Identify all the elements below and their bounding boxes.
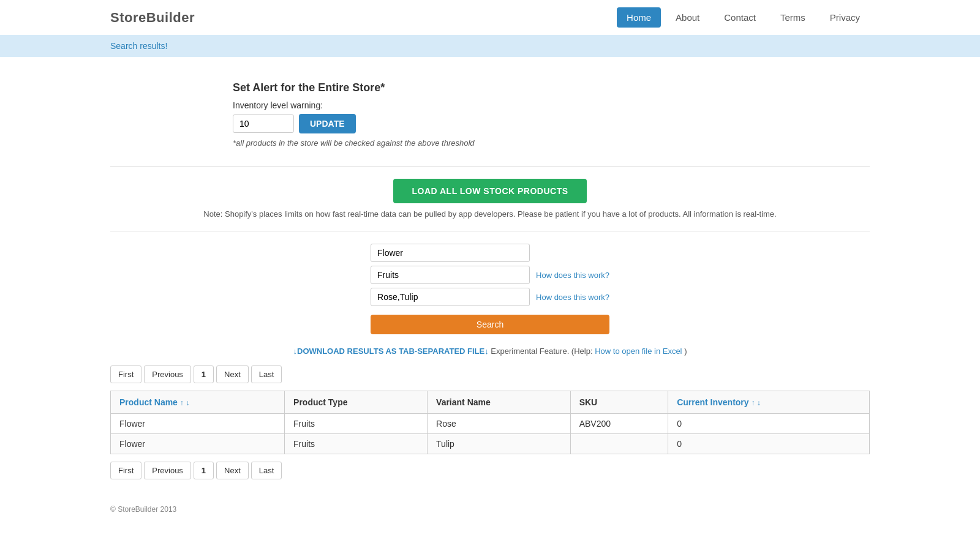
cell-product-type: Fruits <box>285 434 428 454</box>
cell-variant-name: Rose <box>428 414 571 434</box>
search-section: How does this work? How does this work? … <box>110 244 870 334</box>
cell-inventory: 0 <box>668 414 870 434</box>
alert-banner: Search results! <box>0 35 980 57</box>
col-variant-name: Variant Name <box>428 391 571 414</box>
inventory-warning-label: Inventory level warning: <box>233 100 870 110</box>
sort-arrows-inventory: ↑ ↓ <box>752 399 761 407</box>
experimental-text: Experimental Feature. (Help: <box>491 347 595 356</box>
divider-2 <box>110 231 870 231</box>
col-sku: SKU <box>570 391 668 414</box>
load-note: Note: Shopify's places limits on how fas… <box>110 209 870 219</box>
alert-banner-text: Search results! <box>110 41 167 51</box>
nav-home[interactable]: Home <box>617 7 661 28</box>
table-body: Flower Fruits Rose ABV200 0 Flower Fruit… <box>111 414 870 454</box>
excel-link[interactable]: How to open file in Excel <box>595 347 682 356</box>
previous-button-top[interactable]: Previous <box>144 365 191 383</box>
navbar: StoreBuilder Home About Contact Terms Pr… <box>0 0 980 35</box>
cell-product-type: Fruits <box>285 414 428 434</box>
product-type-input[interactable] <box>371 266 530 284</box>
update-button[interactable]: UPDATE <box>299 114 356 133</box>
table-row: Flower Fruits Tulip 0 <box>111 434 870 454</box>
col-product-name[interactable]: Product Name ↑ ↓ <box>111 391 285 414</box>
how-does-link-1[interactable]: How does this work? <box>536 271 609 280</box>
footer-text: © StoreBuilder 2013 <box>110 505 176 514</box>
page-1-button-bottom[interactable]: 1 <box>194 462 214 479</box>
cell-sku: ABV200 <box>570 414 668 434</box>
product-name-input[interactable] <box>371 244 530 262</box>
how-does-link-2[interactable]: How does this work? <box>536 293 609 302</box>
cell-inventory: 0 <box>668 434 870 454</box>
inventory-warning-input[interactable] <box>233 114 294 133</box>
nav-terms[interactable]: Terms <box>771 7 815 28</box>
search-fields: How does this work? How does this work? … <box>371 244 609 334</box>
col-current-inventory[interactable]: Current Inventory ↑ ↓ <box>668 391 870 414</box>
load-section: LOAD ALL LOW STOCK PRODUCTS Note: Shopif… <box>110 179 870 219</box>
nav-contact[interactable]: Contact <box>714 7 766 28</box>
search-button[interactable]: Search <box>371 315 609 334</box>
alert-section-title: Set Alert for the Entire Store* <box>233 81 870 94</box>
next-button-top[interactable]: Next <box>216 365 249 383</box>
nav-links: Home About Contact Terms Privacy <box>617 7 870 28</box>
variant-name-input[interactable] <box>371 288 530 306</box>
cell-product-name: Flower <box>111 434 285 454</box>
load-all-button[interactable]: LOAD ALL LOW STOCK PRODUCTS <box>393 179 586 203</box>
next-button-bottom[interactable]: Next <box>216 462 249 479</box>
results-table: Product Name ↑ ↓ Product Type Variant Na… <box>110 391 870 454</box>
page-1-button-top[interactable]: 1 <box>194 365 214 383</box>
previous-button-bottom[interactable]: Previous <box>144 462 191 479</box>
divider-1 <box>110 166 870 167</box>
first-button-bottom[interactable]: First <box>110 462 141 479</box>
excel-link-suffix: ) <box>684 347 687 356</box>
download-link[interactable]: ↓DOWNLOAD RESULTS AS TAB-SEPARATED FILE↓ <box>293 347 489 356</box>
brand-logo: StoreBuilder <box>110 10 195 26</box>
first-button-top[interactable]: First <box>110 365 141 383</box>
cell-sku <box>570 434 668 454</box>
col-product-type: Product Type <box>285 391 428 414</box>
cell-variant-name: Tulip <box>428 434 571 454</box>
table-row: Flower Fruits Rose ABV200 0 <box>111 414 870 434</box>
pagination-top: First Previous 1 Next Last <box>110 365 870 383</box>
search-row-3: How does this work? <box>371 288 609 306</box>
cell-product-name: Flower <box>111 414 285 434</box>
nav-about[interactable]: About <box>666 7 709 28</box>
table-header-row: Product Name ↑ ↓ Product Type Variant Na… <box>111 391 870 414</box>
store-alert-section: Set Alert for the Entire Store* Inventor… <box>110 69 870 154</box>
alert-input-row: UPDATE <box>233 114 870 133</box>
footer: © StoreBuilder 2013 <box>0 499 980 520</box>
sort-arrows-product-name: ↑ ↓ <box>180 399 189 407</box>
alert-note: *all products in the store will be check… <box>233 138 870 148</box>
download-section: ↓DOWNLOAD RESULTS AS TAB-SEPARATED FILE↓… <box>110 347 870 356</box>
search-row-1 <box>371 244 609 262</box>
search-row-2: How does this work? <box>371 266 609 284</box>
last-button-top[interactable]: Last <box>251 365 282 383</box>
pagination-bottom: First Previous 1 Next Last <box>110 462 870 479</box>
main-content: Set Alert for the Entire Store* Inventor… <box>0 57 980 499</box>
last-button-bottom[interactable]: Last <box>251 462 282 479</box>
nav-privacy[interactable]: Privacy <box>820 7 870 28</box>
